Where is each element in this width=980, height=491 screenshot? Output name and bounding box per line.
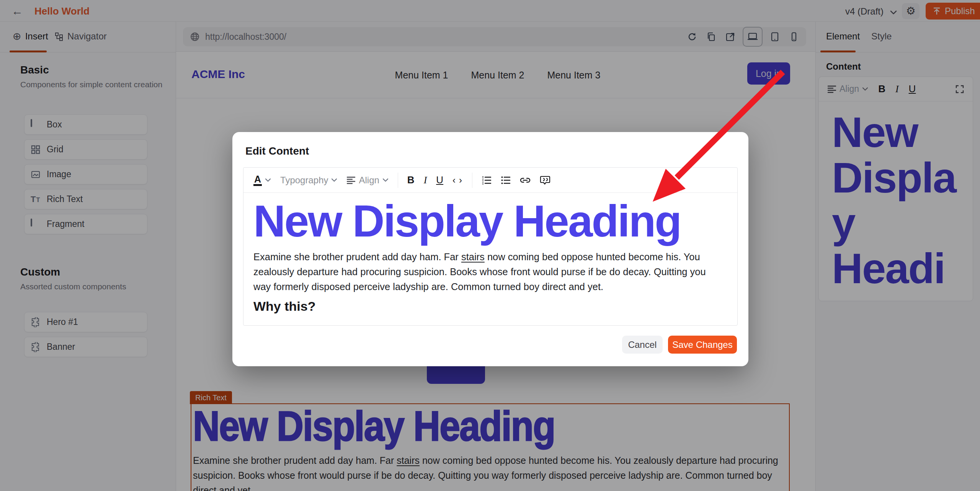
underline-button[interactable]: U [436,174,443,186]
link-button[interactable] [520,176,531,185]
italic-button[interactable]: I [424,175,427,186]
blockquote-button[interactable] [540,175,550,186]
ordered-list-button[interactable] [482,176,492,185]
underlined-word: stairs [461,251,485,262]
modal-heading: New Display Heading [253,197,727,246]
cancel-button[interactable]: Cancel [622,336,663,354]
modal-title: Edit Content [245,145,738,157]
code-button[interactable]: ‹ › [452,175,463,186]
align-dropdown[interactable]: Align [346,175,388,186]
toolbar-divider [398,173,398,188]
rich-text-editor: A Typography Align B I U ‹ › [243,167,738,326]
editor-screen: ← Hello World v4 (Draft) ⚙ Publish ⊕ Ins… [0,0,980,491]
bold-button[interactable]: B [407,174,415,186]
editor-toolbar: A Typography Align B I U ‹ › [243,168,737,193]
typography-dropdown[interactable]: Typography [280,175,337,186]
modal-subheading: Why this? [253,299,727,314]
bullet-list-button[interactable] [501,176,511,185]
modal-footer: Cancel Save Changes [622,336,737,354]
text-color-icon: A [253,174,262,186]
edit-content-modal: Edit Content A Typography Align B [232,132,748,366]
editor-content-area[interactable]: New Display Heading Examine she brother … [243,193,737,325]
modal-paragraph: Examine she brother prudent add day ham.… [253,250,722,294]
save-changes-button[interactable]: Save Changes [668,336,737,354]
text-color-dropdown[interactable]: A [253,174,271,186]
toolbar-divider [472,173,472,188]
